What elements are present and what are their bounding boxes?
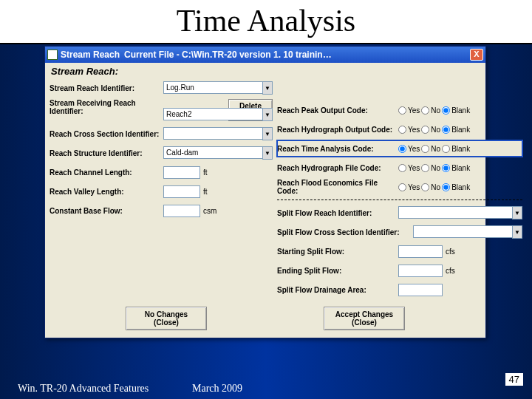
split-reach-combo[interactable]: ▼: [398, 206, 522, 219]
hydro-out-blank[interactable]: Blank: [442, 126, 470, 134]
slide-title: Time Analysis: [0, 0, 532, 38]
page-number: 47: [505, 373, 523, 386]
separator: [277, 200, 522, 200]
peak-yes[interactable]: Yes: [398, 106, 420, 115]
peak-blank[interactable]: Blank: [442, 106, 470, 115]
time-analysis-radios: Yes No Blank: [398, 145, 522, 153]
peak-no[interactable]: No: [421, 106, 440, 115]
structure-combo[interactable]: ▼: [163, 146, 273, 160]
hydro-file-no[interactable]: No: [421, 164, 440, 172]
no-changes-button[interactable]: No Changes (Close): [126, 307, 207, 330]
receiving-input[interactable]: [163, 108, 262, 120]
app-icon: [47, 50, 58, 60]
hydro-output-label: Reach Hydrograph Output Code:: [277, 126, 395, 134]
hydro-file-blank[interactable]: Blank: [442, 164, 470, 172]
split-reach-input[interactable]: [398, 206, 512, 219]
slide-footer: Win. TR-20 Advanced Features March 2009 …: [0, 378, 532, 399]
chevron-down-icon[interactable]: ▼: [262, 146, 273, 160]
time-analysis-label: Reach Time Analysis Code:: [277, 145, 395, 153]
footer-date: March 2009: [192, 383, 242, 395]
hydro-file-radios: Yes No Blank: [398, 164, 522, 172]
receiving-combo[interactable]: ▼: [163, 108, 273, 121]
structure-input[interactable]: [163, 146, 262, 159]
peak-output-radios: Yes No Blank: [398, 106, 522, 115]
end-split-unit: cfs: [446, 267, 463, 275]
time-blank[interactable]: Blank: [442, 145, 470, 153]
reach-id-label: Stream Reach Identifier:: [50, 84, 160, 92]
end-split-label: Ending Split Flow:: [277, 267, 395, 275]
slide-title-area: Time Analysis: [0, 0, 532, 44]
channel-length-input[interactable]: [163, 166, 200, 179]
base-flow-label: Constant Base Flow:: [50, 207, 160, 215]
window-app-name: Stream Reach: [61, 50, 120, 60]
chevron-down-icon[interactable]: ▼: [512, 225, 522, 239]
structure-label: Reach Structure Identifier:: [50, 149, 160, 157]
time-analysis-row: Reach Time Analysis Code: Yes No Blank: [277, 140, 522, 157]
reach-id-input[interactable]: [163, 81, 262, 94]
hydro-file-label: Reach Hydrograph File Code:: [277, 164, 395, 172]
dialog-footer: No Changes (Close) Accept Changes (Close…: [45, 302, 485, 338]
chevron-down-icon[interactable]: ▼: [512, 206, 522, 219]
split-cross-combo[interactable]: ▼: [413, 225, 522, 239]
flood-blank[interactable]: Blank: [442, 183, 470, 191]
time-no[interactable]: No: [421, 145, 440, 153]
base-flow-input[interactable]: [163, 205, 200, 217]
flood-no[interactable]: No: [421, 183, 440, 191]
channel-length-label: Reach Channel Length:: [50, 168, 160, 177]
chevron-down-icon[interactable]: ▼: [262, 108, 273, 121]
peak-output-label: Reach Peak Output Code:: [277, 106, 395, 115]
cross-section-label: Reach Cross Section Identifier:: [50, 130, 160, 138]
split-reach-label: Split Flow Reach Identifier:: [277, 209, 395, 217]
split-cross-input[interactable]: [413, 225, 512, 238]
section-title: Stream Reach:: [45, 63, 485, 78]
window-file-label: Current File - C:\Win.TR-20 version 1. 1…: [124, 50, 470, 60]
window-titlebar[interactable]: Stream Reach Current File - C:\Win.TR-20…: [45, 47, 485, 63]
start-split-label: Starting Split Flow:: [277, 248, 395, 256]
chevron-down-icon[interactable]: ▼: [262, 127, 273, 140]
flood-yes[interactable]: Yes: [398, 183, 420, 191]
right-column: Reach Peak Output Code: Yes No Blank Rea…: [277, 80, 522, 298]
drain-area-label: Split Flow Drainage Area:: [277, 286, 395, 294]
hydro-out-yes[interactable]: Yes: [398, 126, 420, 134]
flood-econ-label: Reach Flood Economics File Code:: [277, 179, 395, 195]
hydro-out-no[interactable]: No: [421, 126, 440, 134]
accept-changes-button[interactable]: Accept Changes (Close): [324, 307, 405, 330]
time-yes[interactable]: Yes: [398, 145, 420, 153]
channel-length-unit: ft: [203, 168, 221, 177]
chevron-down-icon[interactable]: ▼: [262, 81, 273, 95]
start-split-unit: cfs: [446, 248, 463, 256]
split-cross-label: Split Flow Cross Section Identifier:: [277, 228, 410, 236]
footer-left: Win. TR-20 Advanced Features: [18, 383, 149, 395]
cross-section-input[interactable]: [163, 127, 262, 140]
end-split-input[interactable]: [398, 265, 443, 277]
hydro-output-radios: Yes No Blank: [398, 126, 522, 134]
flood-econ-radios: Yes No Blank: [398, 183, 522, 191]
valley-length-unit: ft: [203, 188, 221, 196]
reach-id-combo[interactable]: ▼: [163, 81, 273, 95]
form-body: Stream Reach Identifier: ▼ Stream Receiv…: [45, 78, 485, 302]
base-flow-unit: csm: [203, 207, 221, 215]
start-split-input[interactable]: [398, 245, 443, 258]
drain-area-input[interactable]: [398, 284, 443, 296]
valley-length-label: Reach Valley Length:: [50, 188, 160, 196]
close-icon[interactable]: X: [470, 49, 483, 61]
stream-reach-window: Stream Reach Current File - C:\Win.TR-20…: [44, 46, 486, 338]
valley-length-input[interactable]: [163, 185, 200, 198]
hydro-file-yes[interactable]: Yes: [398, 164, 420, 172]
cross-section-combo[interactable]: ▼: [163, 127, 273, 140]
left-column: Stream Reach Identifier: ▼ Stream Receiv…: [50, 80, 273, 298]
